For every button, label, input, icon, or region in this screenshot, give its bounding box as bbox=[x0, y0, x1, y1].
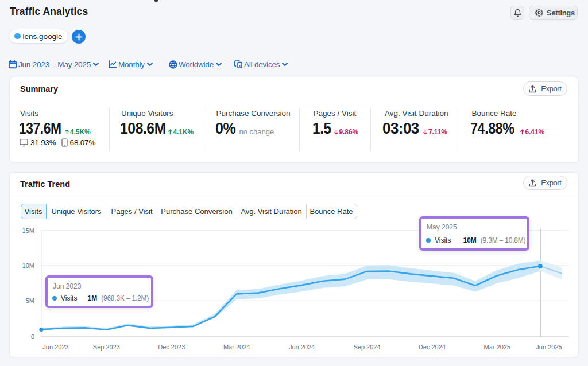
svg-text:Sep 2023: Sep 2023 bbox=[93, 344, 120, 351]
svg-text:0: 0 bbox=[31, 333, 34, 340]
svg-text:Dec 2023: Dec 2023 bbox=[158, 344, 185, 351]
svg-text:15M: 15M bbox=[22, 227, 34, 234]
svg-text:5M: 5M bbox=[26, 297, 34, 304]
svg-text:Sep 2024: Sep 2024 bbox=[353, 344, 380, 351]
svg-text:Mar 2024: Mar 2024 bbox=[223, 344, 250, 351]
svg-text:Jun 2025: Jun 2025 bbox=[536, 344, 562, 351]
svg-text:Jun 2023: Jun 2023 bbox=[42, 344, 68, 351]
svg-text:10M: 10M bbox=[22, 262, 34, 269]
svg-text:Jun 2024: Jun 2024 bbox=[289, 344, 315, 351]
svg-text:Dec 2024: Dec 2024 bbox=[419, 344, 446, 351]
svg-text:Mar 2025: Mar 2025 bbox=[484, 344, 510, 351]
